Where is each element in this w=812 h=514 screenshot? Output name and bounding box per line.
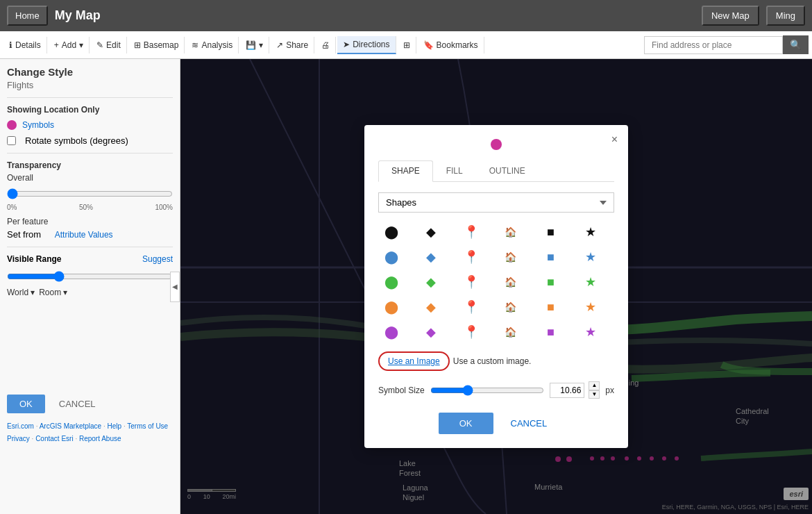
analysis-icon: ≋ bbox=[192, 40, 198, 50]
toolbar-print[interactable]: 🖨 bbox=[316, 37, 336, 53]
modal-symbol-preview bbox=[378, 139, 614, 150]
search-button[interactable]: 🔍 bbox=[783, 35, 809, 54]
toolbar-details[interactable]: ℹ Details bbox=[3, 37, 47, 53]
showing-section-label: Showing Location Only bbox=[7, 105, 173, 115]
size-up-button[interactable]: ▲ bbox=[589, 381, 600, 390]
footer-help-link[interactable]: Help bbox=[108, 422, 122, 430]
toolbar-edit[interactable]: ✎ Edit bbox=[91, 37, 127, 53]
collapse-sidebar-button[interactable]: ◀ bbox=[170, 272, 180, 302]
size-down-button[interactable]: ▼ bbox=[589, 390, 600, 399]
symbol-house-green[interactable]: 🏠 bbox=[498, 271, 524, 293]
symbol-diamond-blue[interactable]: ◆ bbox=[418, 246, 444, 268]
search-input[interactable] bbox=[644, 36, 783, 54]
footer-report-link[interactable]: Report Abuse bbox=[79, 435, 121, 442]
symbol-star-orange[interactable]: ★ bbox=[577, 296, 604, 318]
transparency-labels: 0% 50% 100% bbox=[7, 204, 173, 211]
symbol-star-black[interactable]: ★ bbox=[577, 221, 604, 243]
change-style-title: Change Style bbox=[7, 66, 173, 78]
toolbar-basemap-label: Basemap bbox=[144, 40, 179, 50]
transparency-0-label: 0% bbox=[7, 204, 17, 211]
symbol-circle-orange[interactable]: ⬤ bbox=[378, 296, 405, 318]
toolbar-bookmarks[interactable]: 🔖 Bookmarks bbox=[418, 37, 484, 53]
symbol-pin-blue[interactable]: 📍 bbox=[458, 246, 484, 268]
size-stepper: ▲ ▼ bbox=[589, 381, 600, 399]
transparency-100-label: 100% bbox=[155, 204, 173, 211]
footer-esri-link[interactable]: Esri.com bbox=[7, 422, 34, 430]
overall-transparency-slider[interactable] bbox=[7, 188, 173, 199]
symbol-size-slider[interactable] bbox=[430, 385, 545, 396]
symbol-pin-green[interactable]: 📍 bbox=[458, 271, 484, 293]
symbol-house-orange[interactable]: 🏠 bbox=[498, 296, 524, 318]
attribute-values-link[interactable]: Attribute Values bbox=[55, 230, 113, 240]
flights-subtitle: Flights bbox=[7, 80, 173, 90]
map-area[interactable]: Victorville Highland Redlands Yucaipa Ra… bbox=[180, 59, 812, 514]
toolbar-edit-label: Edit bbox=[106, 40, 121, 50]
footer-privacy-link[interactable]: Privacy bbox=[7, 435, 30, 442]
toolbar-basemap[interactable]: ⊞ Basemap bbox=[128, 37, 185, 53]
symbol-size-unit: px bbox=[605, 386, 614, 395]
symbol-circle-green[interactable]: ⬤ bbox=[378, 271, 405, 293]
symbol-diamond-black[interactable]: ◆ bbox=[418, 221, 444, 243]
footer-contact-link[interactable]: Contact Esri bbox=[35, 435, 73, 442]
toolbar-directions[interactable]: ➤ Directions bbox=[337, 36, 396, 54]
tab-outline[interactable]: OUTLINE bbox=[476, 160, 539, 181]
symbol-pin-purple[interactable]: 📍 bbox=[458, 321, 484, 343]
symbol-diamond-green[interactable]: ◆ bbox=[418, 271, 444, 293]
modal-cancel-button[interactable]: CANCEL bbox=[504, 413, 555, 434]
toolbar-share-label: Share bbox=[286, 40, 308, 50]
search-container: 🔍 bbox=[644, 35, 809, 54]
tab-shape[interactable]: SHAPE bbox=[378, 160, 433, 182]
footer-terms-link[interactable]: Terms of Use bbox=[127, 422, 168, 430]
symbol-circle-black[interactable]: ⬤ bbox=[378, 221, 405, 243]
set-from-label: Set from bbox=[7, 229, 41, 240]
modal-close-button[interactable]: × bbox=[611, 133, 618, 146]
toolbar-add[interactable]: + Add ▾ bbox=[49, 37, 90, 53]
symbol-diamond-purple[interactable]: ◆ bbox=[418, 321, 444, 343]
symbol-house-purple[interactable]: 🏠 bbox=[498, 321, 524, 343]
toolbar-save[interactable]: 💾 ▾ bbox=[240, 37, 269, 53]
symbol-square-orange[interactable]: ■ bbox=[537, 296, 564, 318]
new-map-button[interactable]: New Map bbox=[702, 6, 759, 26]
modal-overlay: × SHAPE FILL OUTLINE Shapes bbox=[180, 59, 812, 514]
rotate-checkbox[interactable] bbox=[7, 136, 16, 145]
toolbar-analysis[interactable]: ≋ Analysis bbox=[186, 37, 239, 53]
use-image-button[interactable]: Use an Image bbox=[388, 356, 440, 366]
symbol-pin-orange[interactable]: 📍 bbox=[458, 296, 484, 318]
sidebar-cancel-button[interactable]: CANCEL bbox=[59, 399, 96, 409]
world-dropdown[interactable]: World ▾ bbox=[7, 288, 35, 297]
symbol-square-purple[interactable]: ■ bbox=[537, 321, 564, 343]
symbol-size-input[interactable] bbox=[550, 383, 584, 398]
symbol-star-purple[interactable]: ★ bbox=[577, 321, 604, 343]
symbol-square-black[interactable]: ■ bbox=[537, 221, 564, 243]
symbol-house-blue[interactable]: 🏠 bbox=[498, 246, 524, 268]
symbol-circle-purple[interactable]: ⬤ bbox=[378, 321, 405, 343]
modal-ok-button[interactable]: OK bbox=[439, 413, 493, 434]
symbol-circle-blue[interactable]: ⬤ bbox=[378, 246, 405, 268]
symbols-link[interactable]: Symbols bbox=[22, 120, 54, 130]
symbol-star-green[interactable]: ★ bbox=[577, 271, 604, 293]
shape-select[interactable]: Shapes Arrows Basic Business Cartographi… bbox=[378, 192, 614, 213]
footer-marketplace-link[interactable]: ArcGIS Marketplace bbox=[40, 422, 101, 430]
toolbar: ℹ Details + Add ▾ ✎ Edit ⊞ Basemap ≋ Ana… bbox=[0, 31, 812, 59]
room-chevron-icon: ▾ bbox=[63, 288, 67, 297]
symbol-star-blue[interactable]: ★ bbox=[577, 246, 604, 268]
use-image-highlight: Use an Image bbox=[378, 351, 450, 371]
symbol-pin-black[interactable]: 📍 bbox=[458, 221, 484, 243]
home-button[interactable]: Home bbox=[7, 6, 48, 26]
world-label: World bbox=[7, 288, 28, 297]
user-menu-button[interactable]: Ming bbox=[766, 6, 805, 26]
tab-fill[interactable]: FILL bbox=[433, 160, 476, 181]
symbol-house-black[interactable]: 🏠 bbox=[498, 221, 524, 243]
visible-range-slider[interactable] bbox=[7, 271, 173, 282]
symbol-square-green[interactable]: ■ bbox=[537, 271, 564, 293]
world-room-row: World ▾ Room ▾ bbox=[7, 288, 173, 297]
symbol-diamond-orange[interactable]: ◆ bbox=[418, 296, 444, 318]
directions-icon: ➤ bbox=[343, 40, 350, 49]
toolbar-share[interactable]: ↗ Share bbox=[271, 37, 314, 53]
sidebar: ◀ Change Style Flights Showing Location … bbox=[0, 59, 180, 514]
room-dropdown[interactable]: Room ▾ bbox=[39, 288, 67, 297]
suggest-button[interactable]: Suggest bbox=[142, 254, 173, 264]
sidebar-ok-button[interactable]: OK bbox=[7, 395, 45, 413]
symbol-square-blue[interactable]: ■ bbox=[537, 246, 564, 268]
toolbar-table[interactable]: ⊞ bbox=[398, 37, 416, 53]
